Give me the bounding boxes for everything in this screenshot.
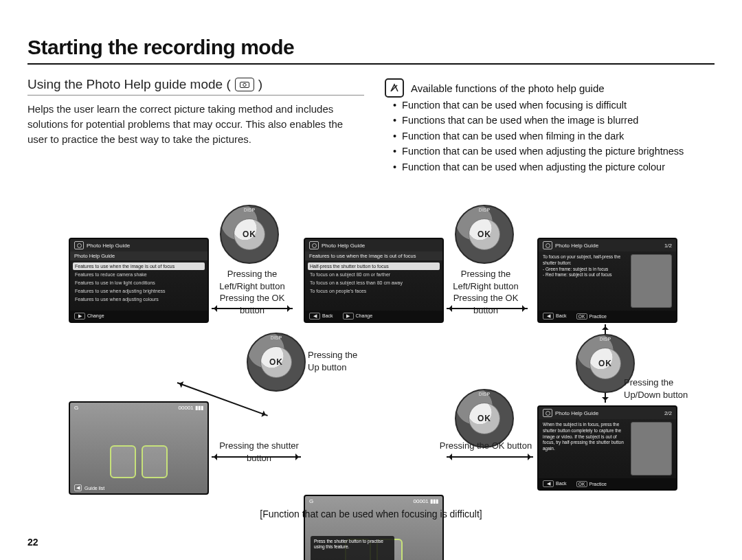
menu-item: Features to use when adjusting colours: [73, 295, 205, 303]
arrow-horizontal: [212, 456, 301, 458]
photo-preview-2: G 00001 ▮▮▮ Press the shutter button to …: [304, 495, 444, 560]
key-icon: OK: [576, 481, 587, 487]
lcd-menu-2: Photo Help Guide Features to use when th…: [304, 238, 444, 323]
menu-item-selected: Features to use when the image is out of…: [73, 262, 205, 270]
svg-point-1: [243, 83, 246, 86]
ok-button-icon: OK: [469, 403, 500, 434]
lcd-title: Photo Help Guide: [322, 243, 365, 249]
note-bullets: •Function that can be used when focusing…: [393, 98, 716, 175]
people-illustration: [77, 415, 201, 478]
tip-overlay: Press the shutter button to practise usi…: [311, 536, 394, 560]
bullet: Function that can be used when adjusting…: [402, 144, 684, 159]
focus-frame-icon: [110, 445, 136, 478]
camera-icon: [309, 241, 319, 249]
photo-top-left-icon: G: [309, 498, 313, 504]
caption-ok: Pressing the OK button: [434, 440, 537, 452]
focus-frame-icon: [142, 445, 168, 478]
mode-dial-icon: [235, 78, 254, 91]
thumb-illustration: [631, 254, 672, 308]
manual-page: Starting the recording mode Using the Ph…: [0, 0, 742, 560]
menu-item: Features to use in low light conditions: [73, 279, 205, 287]
ok-button-icon: OK: [234, 219, 265, 250]
dial-disp-label: DISP: [244, 208, 255, 212]
lcd-menu-1: Photo Help Guide Photo Help Guide Featur…: [69, 238, 209, 323]
lcd-breadcrumb: Photo Help Guide: [70, 251, 207, 260]
photo-bottom-label: Guide list: [85, 486, 104, 491]
arrow-horizontal: [212, 308, 293, 309]
camera-icon: [543, 241, 552, 249]
menu-item: To focus on a subject 80 cm or farther: [308, 271, 440, 278]
dial-disp-label: DISP: [479, 392, 490, 396]
lcd-detail-1: Photo Help Guide 1/2 To focus on your su…: [537, 238, 677, 323]
lcd-title: Photo Help Guide: [555, 410, 598, 416]
ok-dial-up: DISP OK: [247, 333, 306, 392]
menu-item: Features to use when adjusting brightnes…: [73, 287, 205, 295]
camera-icon: [74, 241, 84, 249]
section-heading-suffix: ): [258, 77, 262, 92]
page-indicator: 1/2: [664, 243, 672, 249]
svg-rect-0: [240, 82, 249, 88]
camera-icon: [543, 409, 552, 417]
ok-button-icon: OK: [589, 348, 621, 379]
dial-disp-label: DISP: [479, 208, 490, 212]
ok-button-icon: OK: [469, 219, 500, 250]
page-title: Starting the recording mode: [27, 36, 715, 65]
menu-item: Features to reduce camera shake: [73, 271, 205, 278]
menu-item-selected: Half-press the shutter button to focus: [308, 262, 440, 270]
bullet: Functions that can be used when the imag…: [402, 113, 638, 128]
lcd-breadcrumb: Features to use when the image is out of…: [305, 251, 442, 260]
lcd-title: Photo Help Guide: [87, 243, 130, 249]
detail-text: When the subject is in focus, press the …: [543, 422, 627, 475]
ok-button-icon: OK: [260, 346, 292, 378]
ok-dial-1: DISP OK: [220, 205, 279, 264]
detail-text: To focus on your subject, half-press the…: [543, 254, 627, 308]
figure-footnote: [Function that can be used when focusing…: [0, 508, 742, 519]
note-heading: Available functions of the photo help gu…: [411, 82, 605, 94]
bullet: Function that can be used when focusing …: [402, 98, 627, 113]
caption-up: Pressing the Up button: [308, 349, 383, 373]
bullet: Function that can be used when filming i…: [402, 128, 624, 144]
photo-top-right: 00001 ▮▮▮: [179, 405, 203, 411]
section-heading-prefix: Using the Photo Help guide mode (: [27, 77, 231, 92]
ok-dial-2: DISP OK: [455, 205, 514, 264]
key-icon: OK: [576, 313, 587, 320]
menu-item: To focus on a subject less than 80 cm aw…: [308, 279, 440, 287]
key-icon: ◀: [543, 480, 554, 487]
caption-updown: Pressing the Up/Down button: [624, 377, 706, 401]
bullet: Function that can be used when adjusting…: [402, 159, 665, 175]
photo-preview-1: G 00001 ▮▮▮ ◀ Guide list: [69, 401, 209, 495]
dial-disp-label: DISP: [271, 335, 282, 340]
arrow-horizontal: [447, 456, 533, 458]
key-icon: ▶: [74, 313, 85, 320]
key-icon: ◀: [543, 313, 554, 320]
menu-item: To focus on people's faces: [308, 287, 440, 295]
note-heading-row: Available functions of the photo help gu…: [385, 78, 605, 98]
section-heading: Using the Photo Help guide mode ( ): [27, 77, 364, 96]
lcd-detail-2: Photo Help Guide 2/2 When the subject is…: [537, 405, 677, 491]
key-icon: ▶: [343, 313, 354, 320]
dial-disp-label: DISP: [600, 337, 611, 341]
note-icon: [385, 78, 404, 98]
page-indicator: 2/2: [664, 410, 672, 416]
section-paragraph: Helps the user learn the correct picture…: [27, 102, 364, 146]
page-number: 22: [27, 537, 38, 548]
lcd-title: Photo Help Guide: [555, 243, 598, 249]
key-icon: ◀: [309, 313, 320, 320]
key-icon: ◀: [74, 484, 82, 491]
photo-top-left-icon: G: [74, 405, 78, 411]
thumb-illustration: [631, 422, 672, 475]
photo-top-right: 00001 ▮▮▮: [414, 498, 438, 504]
arrow-horizontal: [447, 308, 528, 309]
